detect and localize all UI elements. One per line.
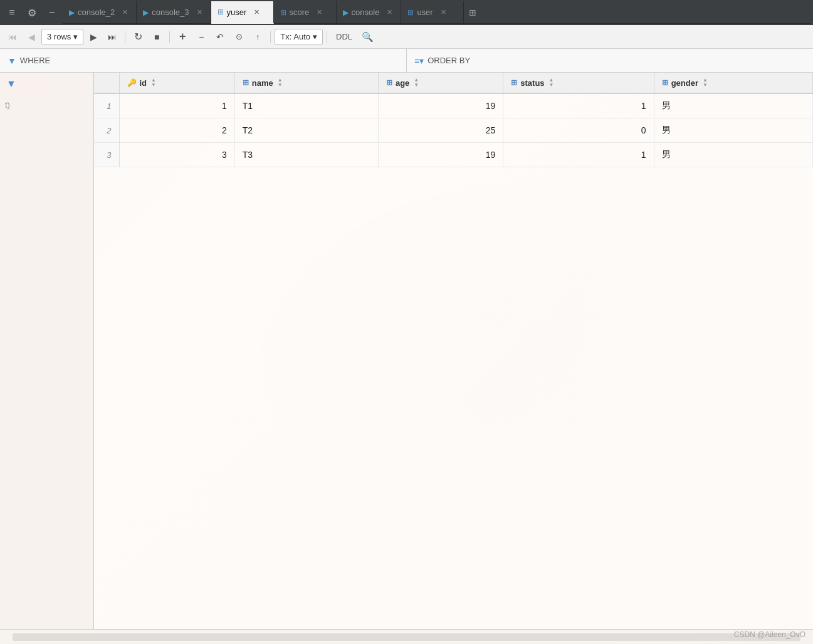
tab-yuser-close[interactable]: ✕ — [252, 8, 261, 17]
cell-age[interactable]: 25 — [378, 118, 503, 143]
next-row-button[interactable]: ▶ — [85, 29, 102, 45]
gender-col-icon: ⊞ — [662, 78, 668, 87]
tx-badge[interactable]: Tx: Auto ▾ — [275, 29, 323, 45]
table-row[interactable]: 22T2250男 — [94, 118, 813, 143]
tab-console[interactable]: ▶ console ✕ — [337, 1, 402, 23]
content-area: ▼ t) 🔑 id ▲▼ — [0, 73, 813, 629]
tab-console2-label: console_2 — [78, 8, 115, 17]
status-sort-icon[interactable]: ▲▼ — [549, 78, 554, 88]
rows-count-badge[interactable]: 3 rows ▾ — [41, 29, 83, 45]
col-header-gender[interactable]: ⊞ gender ▲▼ — [654, 73, 812, 93]
name-sort-icon[interactable]: ▲▼ — [278, 78, 283, 88]
sidebar-filter-button[interactable]: ▼ — [0, 73, 23, 95]
gear-icon[interactable]: ⚙ — [23, 3, 41, 22]
table-row[interactable]: 11T1191男 — [94, 93, 813, 118]
sidebar-content: t) — [0, 95, 93, 629]
tab-console3[interactable]: ▶ console_3 ✕ — [137, 1, 211, 23]
prev-row-button[interactable]: ◀ — [23, 29, 40, 45]
copy-button[interactable]: ⊙ — [230, 29, 248, 45]
age-col-icon: ⊞ — [386, 78, 392, 87]
tx-dropdown-icon: ▾ — [313, 32, 317, 41]
tab-console-close[interactable]: ✕ — [385, 8, 394, 17]
col-header-age[interactable]: ⊞ age ▲▼ — [378, 73, 503, 93]
order-by-label: ORDER BY — [427, 56, 470, 65]
rows-dropdown-icon: ▾ — [73, 32, 78, 41]
col-name-label: name — [252, 78, 273, 88]
cell-name[interactable]: T1 — [234, 93, 378, 118]
cell-gender[interactable]: 男 — [654, 93, 812, 118]
col-age-label: age — [396, 78, 409, 88]
where-section[interactable]: ▼ WHERE — [0, 49, 407, 72]
minimize-icon[interactable]: − — [43, 3, 61, 22]
age-sort-icon[interactable]: ▲▼ — [414, 78, 419, 88]
cell-status[interactable]: 0 — [503, 118, 654, 143]
tab-user-label: user — [417, 8, 433, 17]
col-header-id[interactable]: 🔑 id ▲▼ — [119, 73, 234, 93]
nav-sep-3 — [270, 31, 271, 43]
tab-score[interactable]: ⊞ score ✕ — [274, 1, 337, 23]
console2-icon: ▶ — [69, 8, 75, 17]
tab-score-label: score — [290, 8, 310, 17]
tab-yuser-label: yuser — [227, 8, 247, 17]
tab-console3-label: console_3 — [152, 8, 189, 17]
id-key-icon: 🔑 — [127, 78, 137, 87]
yuser-icon: ⊞ — [218, 8, 224, 16]
tab-user-close[interactable]: ✕ — [439, 8, 448, 17]
data-table: 🔑 id ▲▼ ⊞ name — [94, 73, 813, 167]
search-button[interactable]: 🔍 — [359, 29, 376, 45]
cell-status[interactable]: 1 — [503, 143, 654, 167]
tab-yuser[interactable]: ⊞ yuser ✕ — [211, 1, 274, 24]
row-num-header — [94, 73, 119, 93]
cell-id[interactable]: 3 — [119, 143, 234, 167]
cell-age[interactable]: 19 — [378, 93, 503, 118]
menu-icon[interactable]: ≡ — [3, 3, 21, 22]
row-number: 3 — [94, 143, 119, 167]
table-row[interactable]: 33T3191男 — [94, 143, 813, 167]
add-row-button[interactable]: + — [174, 29, 191, 45]
last-row-button[interactable]: ⏭ — [103, 29, 121, 45]
revert-button[interactable]: ↶ — [211, 29, 229, 45]
tab-score-close[interactable]: ✕ — [315, 8, 324, 17]
tab-console2[interactable]: ▶ console_2 ✕ — [63, 1, 137, 23]
watermark: CSDN @Aileen_OvO — [734, 630, 805, 639]
console-icon: ▶ — [343, 8, 349, 17]
tab-console3-close[interactable]: ✕ — [195, 8, 204, 17]
tab-console-label: console — [352, 8, 380, 17]
cell-status[interactable]: 1 — [503, 93, 654, 118]
cell-name[interactable]: T2 — [234, 118, 378, 143]
up-button[interactable]: ↑ — [249, 29, 266, 45]
col-gender-label: gender — [671, 78, 698, 88]
left-sidebar: ▼ t) — [0, 73, 94, 629]
tabs-more-button[interactable]: ⊞ — [464, 1, 481, 23]
sidebar-text: t) — [5, 100, 10, 110]
status-col-icon: ⊞ — [511, 78, 517, 87]
cell-gender[interactable]: 男 — [654, 118, 812, 143]
row-number: 2 — [94, 118, 119, 143]
order-by-section[interactable]: ≡▾ ORDER BY — [407, 49, 813, 72]
where-label: WHERE — [20, 56, 50, 65]
refresh-button[interactable]: ↻ — [129, 29, 147, 45]
col-status-label: status — [520, 78, 544, 88]
first-row-button[interactable]: ⏮ — [4, 29, 21, 45]
tab-user[interactable]: ⊞ user ✕ — [401, 1, 464, 23]
id-sort-icon[interactable]: ▲▼ — [151, 78, 156, 88]
tab-console2-close[interactable]: ✕ — [120, 8, 130, 17]
cell-name[interactable]: T3 — [234, 143, 378, 167]
table-body: 11T1191男22T2250男33T3191男 — [94, 93, 813, 167]
col-header-status[interactable]: ⊞ status ▲▼ — [503, 73, 654, 93]
cell-age[interactable]: 19 — [378, 143, 503, 167]
table-area[interactable]: 🔑 id ▲▼ ⊞ name — [94, 73, 813, 629]
ddl-button[interactable]: DDL — [331, 29, 357, 45]
col-header-name[interactable]: ⊞ name ▲▼ — [234, 73, 378, 93]
delete-row-button[interactable]: − — [192, 29, 210, 45]
console3-icon: ▶ — [143, 8, 149, 17]
cell-id[interactable]: 1 — [119, 93, 234, 118]
where-filter-icon: ▼ — [8, 56, 16, 66]
filter-bar: ▼ WHERE ≡▾ ORDER BY — [0, 49, 813, 73]
cell-id[interactable]: 2 — [119, 118, 234, 143]
gender-sort-icon[interactable]: ▲▼ — [703, 78, 708, 88]
col-id-label: id — [140, 78, 147, 88]
horizontal-scrollbar[interactable] — [13, 633, 800, 641]
stop-button[interactable]: ■ — [148, 29, 165, 45]
cell-gender[interactable]: 男 — [654, 143, 812, 167]
